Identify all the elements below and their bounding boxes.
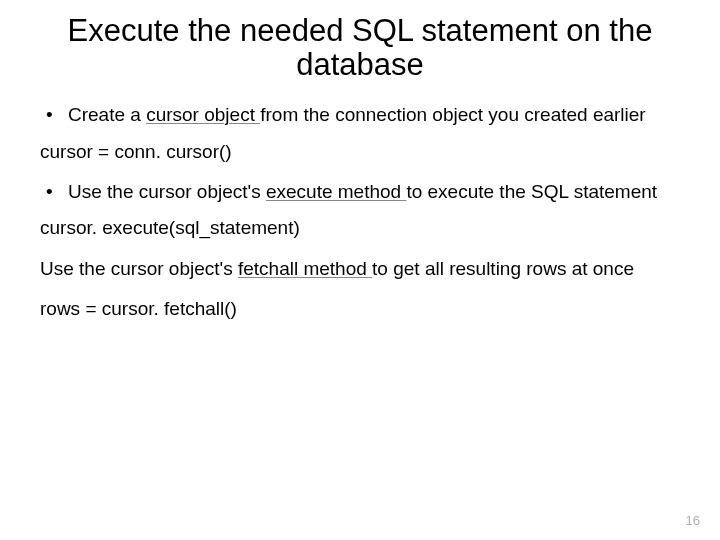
code-line-1: cursor = conn. cursor() [40,141,680,163]
paragraph-3: Use the cursor object's fetchall method … [40,258,680,280]
para3-post: to get all resulting rows at once [372,258,634,279]
slide-body: Create a cursor object from the connecti… [40,104,680,320]
bullet-list-2: Use the cursor object's execute method t… [40,181,680,203]
code-line-2: cursor. execute(sql_statement) [40,217,680,239]
bullet2-underline: execute method [266,181,406,202]
code-line-3: rows = cursor. fetchall() [40,298,680,320]
bullet2-post: to execute the SQL statement [406,181,657,202]
bullet-item-2: Use the cursor object's execute method t… [40,181,680,203]
bullet1-post: from the connection object you created e… [260,104,646,125]
para3-pre: Use the cursor object's [40,258,238,279]
bullet-item-1: Create a cursor object from the connecti… [40,104,680,126]
bullet1-pre: Create a [68,104,146,125]
para3-underline: fetchall method [238,258,372,279]
bullet-list-1: Create a cursor object from the connecti… [40,104,680,126]
page-number: 16 [686,513,700,528]
bullet1-underline: cursor object [146,104,260,125]
bullet2-pre: Use the cursor object's [68,181,266,202]
slide: Execute the needed SQL statement on the … [0,0,720,540]
slide-title: Execute the needed SQL statement on the … [40,14,680,82]
